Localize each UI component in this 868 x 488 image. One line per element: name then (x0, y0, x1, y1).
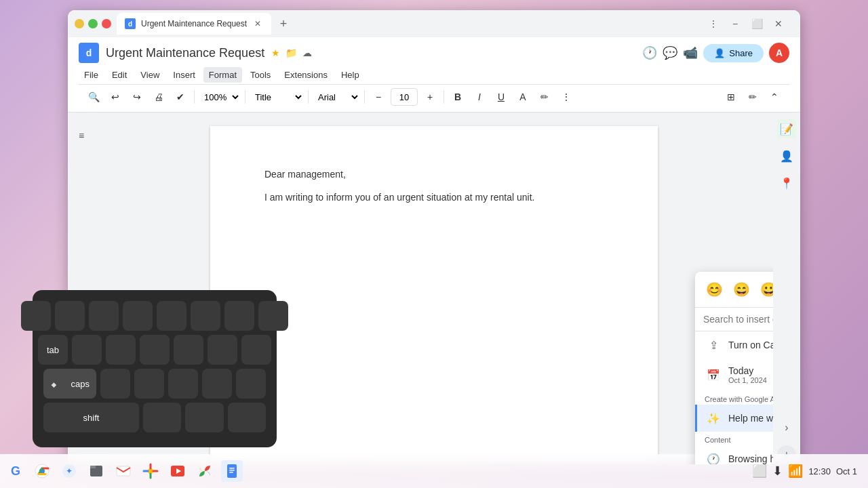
star-icon[interactable]: ★ (271, 47, 280, 58)
taskbar-files-icon[interactable] (85, 460, 107, 482)
close-button[interactable] (102, 19, 111, 28)
key-g[interactable] (236, 369, 266, 399)
tab-title: Urgent Maintenance Request (141, 19, 247, 28)
print-btn[interactable]: 🖨 (149, 87, 168, 106)
more-toolbar-btn[interactable]: ⋮ (557, 87, 576, 106)
zoom-select[interactable]: 100% (199, 87, 241, 106)
key-w[interactable] (106, 335, 136, 365)
menu-file[interactable]: File (79, 67, 104, 83)
emoji-btn-3[interactable]: 😀 (756, 277, 773, 302)
new-tab-button[interactable]: + (274, 14, 293, 33)
font-select[interactable]: Arial (313, 87, 360, 106)
taskbar-docs-icon[interactable] (221, 460, 243, 482)
notes-icon[interactable]: 📝 (777, 119, 796, 138)
font-size-increase-btn[interactable]: + (420, 87, 439, 106)
key-8[interactable] (258, 301, 288, 331)
tab-close-button[interactable]: ✕ (252, 18, 263, 29)
cloud-icon[interactable]: ☁ (302, 47, 312, 58)
today-item[interactable]: 📅 Today Oct 1, 2024 (695, 359, 773, 391)
underline-btn[interactable]: U (492, 87, 511, 106)
docs-document-title[interactable]: Urgent Maintenance Request (106, 46, 264, 60)
italic-btn[interactable]: I (470, 87, 489, 106)
bold-btn[interactable]: B (448, 87, 467, 106)
text-color-btn[interactable]: A (513, 87, 532, 106)
folder-icon[interactable]: 📁 (285, 47, 297, 58)
key-shift[interactable]: shift (43, 403, 139, 432)
taskbar-date[interactable]: Oct 1 (836, 466, 857, 476)
menu-help[interactable]: Help (336, 67, 365, 83)
svg-rect-12 (229, 470, 235, 471)
redo-btn[interactable]: ↪ (127, 87, 146, 106)
profile-avatar[interactable]: A (769, 43, 789, 63)
font-size-decrease-btn[interactable]: − (369, 87, 388, 106)
key-q[interactable] (72, 335, 102, 365)
video-icon[interactable]: 📹 (683, 45, 698, 60)
key-r[interactable] (174, 335, 203, 365)
key-s[interactable] (134, 369, 164, 399)
format-options-btn[interactable]: ⊞ (722, 87, 741, 106)
edit-pencil-btn[interactable]: ✏ (743, 87, 762, 106)
history-icon[interactable]: 🕐 (642, 45, 657, 60)
menu-edit[interactable]: Edit (106, 67, 132, 83)
contacts-icon[interactable]: 👤 (777, 146, 796, 165)
browser-minimize-button[interactable]: − (726, 14, 745, 33)
taskbar-google-icon[interactable]: G (11, 464, 20, 479)
active-tab[interactable]: d Urgent Maintenance Request ✕ (117, 13, 271, 35)
menu-format[interactable]: Format (203, 67, 242, 83)
caps-lock-item[interactable]: ⇪ Turn on Caps Lock (695, 331, 773, 359)
emoji-btn-1[interactable]: 😊 (702, 277, 726, 302)
key-t[interactable] (208, 335, 237, 365)
highlight-btn[interactable]: ✏ (535, 87, 554, 106)
key-d[interactable] (168, 369, 198, 399)
collapse-toolbar-btn[interactable]: ⌃ (765, 87, 784, 106)
key-f[interactable] (202, 369, 232, 399)
key-4[interactable] (123, 301, 153, 331)
undo-btn[interactable]: ↩ (106, 87, 125, 106)
browser-maximize-button[interactable]: ⬜ (747, 14, 766, 33)
key-7[interactable] (224, 301, 254, 331)
key-c[interactable] (228, 403, 266, 432)
key-tab[interactable]: tab (38, 335, 68, 365)
help-me-write-item[interactable]: ✨ Help me write → (695, 405, 773, 432)
key-5[interactable] (157, 301, 186, 331)
key-2[interactable] (55, 301, 85, 331)
map-icon[interactable]: 📍 (777, 174, 796, 192)
key-6[interactable] (191, 301, 220, 331)
taskbar-play-icon[interactable] (167, 460, 189, 482)
menu-tools[interactable]: Tools (245, 67, 276, 83)
font-size-input[interactable] (391, 88, 418, 106)
key-1[interactable] (21, 301, 51, 331)
taskbar-gmail-icon[interactable] (113, 460, 134, 482)
minimize-button[interactable] (75, 19, 84, 28)
emoji-btn-2[interactable]: 😄 (729, 277, 753, 302)
key-z[interactable] (143, 403, 181, 432)
browser-more-button[interactable]: ⋮ (704, 14, 723, 33)
search-input[interactable] (703, 314, 773, 325)
menu-insert[interactable]: Insert (167, 67, 201, 83)
style-select[interactable]: Title (250, 87, 304, 106)
key-e[interactable] (140, 335, 170, 365)
collapse-right-btn[interactable]: › (777, 418, 796, 437)
share-button[interactable]: 👤 File Share (703, 44, 764, 62)
key-caps[interactable]: ⬥ caps (43, 369, 96, 399)
browser-close-button[interactable]: ✕ (769, 14, 788, 33)
taskbar-photos-icon[interactable] (140, 460, 161, 482)
taskbar-time[interactable]: 12:30 (808, 466, 831, 476)
outline-icon[interactable]: ≡ (72, 126, 91, 145)
menu-view[interactable]: View (135, 67, 165, 83)
menu-extensions[interactable]: Extensions (279, 67, 333, 83)
maximize-button[interactable] (88, 19, 98, 28)
search-row[interactable] (695, 308, 773, 331)
taskbar-assistant-icon[interactable]: ✦ (58, 460, 80, 482)
browsing-history-item[interactable]: 🕐 Browsing history (695, 445, 773, 464)
spell-btn[interactable]: ✔ (171, 87, 190, 106)
key-x[interactable] (185, 403, 223, 432)
search-toolbar-btn[interactable]: 🔍 (84, 87, 103, 106)
docs-toolbar: 🔍 ↩ ↪ 🖨 ✔ 100% Title Arial − (79, 84, 789, 109)
key-y[interactable] (241, 335, 271, 365)
comment-icon[interactable]: 💬 (663, 45, 677, 60)
taskbar-google-photos-icon[interactable] (194, 460, 216, 482)
key-a[interactable] (100, 369, 130, 399)
key-3[interactable] (89, 301, 119, 331)
taskbar-chrome-icon[interactable] (31, 460, 53, 482)
